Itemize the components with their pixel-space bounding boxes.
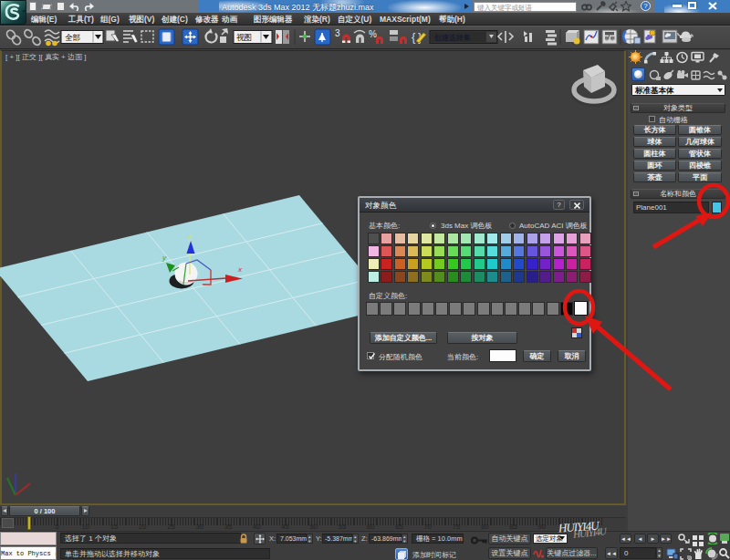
svg-text:全部: 全部 — [65, 33, 80, 42]
svg-text:{: { — [412, 30, 416, 44]
svg-text:视图: 视图 — [236, 33, 252, 42]
svg-text:3: 3 — [335, 28, 340, 38]
svg-text:z: z — [187, 232, 192, 240]
svg-text:创建选择集: 创建选择集 — [433, 34, 471, 42]
svg-text:%: % — [369, 29, 377, 39]
